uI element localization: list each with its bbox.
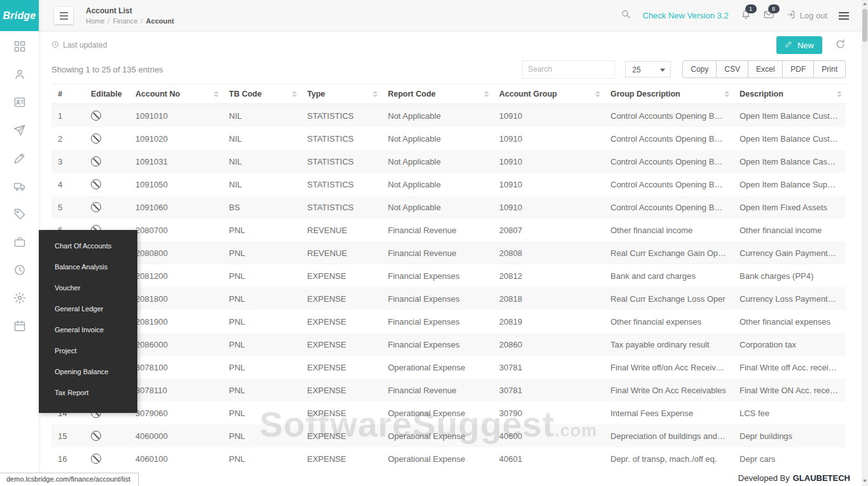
sort-icon[interactable] bbox=[837, 91, 843, 97]
table-row[interactable]: 112086000PNLEXPENSEFinancial Expenses208… bbox=[52, 333, 846, 356]
flyout-item[interactable]: General Invoice bbox=[39, 320, 137, 341]
accounts-table-wrap: #EditableAccount NoTB CodeTypeReport Cod… bbox=[52, 84, 846, 470]
flyout-item[interactable]: Opening Balance bbox=[39, 361, 137, 382]
table-row[interactable]: 133078110PNLEXPENSEFinancial Revenue3078… bbox=[52, 379, 846, 402]
table-row[interactable]: 62080700PNLREVENUEFinancial Revenue20807… bbox=[52, 219, 846, 241]
sidebar-item-history[interactable] bbox=[0, 257, 39, 285]
column-header-4[interactable]: Type bbox=[301, 84, 382, 104]
export-button-pdf[interactable]: PDF bbox=[783, 60, 814, 78]
table-row[interactable]: 11091010NILSTATISTICSNot Applicable10910… bbox=[52, 104, 846, 128]
search-icon[interactable] bbox=[621, 9, 631, 22]
messages-button[interactable]: 8 bbox=[763, 9, 775, 23]
cell: Depr buildings bbox=[733, 424, 846, 447]
vertical-scrollbar[interactable] bbox=[862, 0, 868, 486]
table-row[interactable]: 143079060PNLEXPENSEOperational Expense30… bbox=[52, 402, 846, 424]
export-button-copy[interactable]: Copy bbox=[682, 60, 717, 78]
table-row[interactable]: 82081200PNLEXPENSEFinancial Expenses2081… bbox=[52, 264, 846, 287]
breadcrumb-item[interactable]: Finance bbox=[113, 17, 137, 25]
page-title: Account List bbox=[86, 6, 174, 15]
table-row[interactable]: 31091031NILSTATISTICSNot Applicable10910… bbox=[52, 150, 846, 173]
cell: 10910 bbox=[493, 104, 604, 128]
sidebar-toggle-button[interactable] bbox=[54, 7, 73, 24]
flyout-item[interactable]: Voucher bbox=[39, 278, 137, 299]
cell: 2086000 bbox=[129, 333, 223, 356]
scrollbar-thumb[interactable] bbox=[862, 9, 867, 42]
cell: 20812 bbox=[493, 264, 604, 287]
cell: 2081800 bbox=[129, 287, 223, 310]
sidebar-item-truck[interactable] bbox=[0, 173, 39, 201]
cell: Not Applicable bbox=[382, 104, 493, 128]
flyout-item[interactable]: Balance Analysis bbox=[39, 257, 137, 278]
search-input[interactable] bbox=[522, 60, 615, 79]
sidebar-item-calendar[interactable] bbox=[0, 313, 39, 341]
column-header-5[interactable]: Report Code bbox=[382, 84, 493, 104]
cell: 5 bbox=[52, 196, 85, 219]
sidebar-item-tag[interactable] bbox=[0, 201, 39, 229]
sidebar-item-user[interactable] bbox=[0, 62, 39, 90]
flyout-item[interactable]: Project bbox=[39, 341, 137, 361]
hamburger-menu-icon[interactable] bbox=[839, 12, 849, 20]
developer-company-link[interactable]: GLAUBETECH bbox=[793, 473, 850, 483]
cell: PNL bbox=[223, 264, 301, 287]
sidebar-item-settings[interactable] bbox=[0, 285, 39, 313]
flyout-item[interactable]: Chart Of Accounts bbox=[39, 236, 137, 257]
breadcrumb-item[interactable]: Home bbox=[86, 17, 104, 25]
brand-logo[interactable]: Bridge bbox=[0, 0, 39, 31]
table-row[interactable]: 41091050NILSTATISTICSNot Applicable10910… bbox=[52, 173, 846, 196]
new-button[interactable]: New bbox=[776, 36, 822, 54]
export-button-print[interactable]: Print bbox=[814, 60, 846, 78]
sidebar-item-dashboard[interactable] bbox=[0, 34, 39, 62]
sidebar-nav bbox=[0, 31, 39, 341]
cell: Currency Loss Payments (PP... bbox=[733, 287, 846, 310]
notifications-button[interactable]: 1 bbox=[740, 9, 752, 23]
clock-small-icon bbox=[52, 41, 59, 50]
calendar-icon bbox=[13, 320, 26, 335]
flyout-item[interactable]: Tax Report bbox=[39, 382, 137, 403]
column-header-8[interactable]: Description bbox=[733, 84, 846, 104]
cell: 2081200 bbox=[129, 264, 223, 287]
sort-icon[interactable] bbox=[724, 91, 730, 97]
sidebar-item-edit[interactable] bbox=[0, 145, 39, 173]
cell: Final Write off/on Acc Receivables bbox=[604, 356, 733, 379]
table-row[interactable]: 92081800PNLEXPENSEFinancial Expenses2081… bbox=[52, 287, 846, 310]
cell: 1091020 bbox=[129, 127, 223, 150]
cell: EXPENSE bbox=[301, 447, 382, 470]
column-header-3[interactable]: TB Code bbox=[223, 84, 301, 104]
flyout-item[interactable]: General Ledger bbox=[39, 299, 137, 320]
table-row[interactable]: 123078100PNLEXPENSEOperational Expense30… bbox=[52, 356, 846, 379]
table-row[interactable]: 51091060BSSTATISTICSNot Applicable10910C… bbox=[52, 196, 846, 219]
cell: STATISTICS bbox=[301, 196, 382, 219]
column-header-6[interactable]: Account Group bbox=[493, 84, 604, 104]
scroll-up-arrow-icon[interactable] bbox=[863, 3, 867, 5]
sort-icon[interactable] bbox=[373, 91, 378, 97]
check-version-link[interactable]: Check New Version 3.2 bbox=[643, 11, 729, 20]
not-editable-icon bbox=[91, 202, 101, 212]
scroll-down-arrow-icon[interactable] bbox=[863, 480, 867, 482]
table-row[interactable]: 21091020NILSTATISTICSNot Applicable10910… bbox=[52, 127, 846, 150]
page-size-select[interactable]: 25 bbox=[625, 61, 671, 78]
logout-button[interactable]: Log out bbox=[786, 10, 827, 22]
cell: PNL bbox=[223, 333, 301, 356]
column-header-7[interactable]: Group Description bbox=[604, 84, 733, 104]
table-row[interactable]: 72080800PNLREVENUEFinancial Revenue20808… bbox=[52, 241, 846, 264]
export-button-excel[interactable]: Excel bbox=[748, 60, 783, 78]
sidebar-item-contacts[interactable] bbox=[0, 90, 39, 118]
table-row[interactable]: 154060000PNLEXPENSEOperational Expense40… bbox=[52, 424, 846, 447]
cell: EXPENSE bbox=[301, 264, 382, 287]
sort-icon[interactable] bbox=[484, 91, 490, 97]
cell: Operational Expense bbox=[382, 424, 493, 447]
column-header-2[interactable]: Account No bbox=[129, 84, 223, 104]
sidebar-item-finance[interactable] bbox=[0, 229, 39, 257]
cell: Real Curr Exchange Loss Oper bbox=[604, 287, 733, 310]
export-button-csv[interactable]: CSV bbox=[717, 60, 748, 78]
cell: NIL bbox=[223, 104, 301, 128]
sort-icon[interactable] bbox=[595, 91, 601, 97]
table-row[interactable]: 102081900PNLEXPENSEFinancial Expenses208… bbox=[52, 310, 846, 333]
table-row[interactable]: 164060100PNLEXPENSEOperational Expense40… bbox=[52, 447, 846, 470]
refresh-button[interactable] bbox=[835, 39, 846, 51]
sidebar-item-send[interactable] bbox=[0, 118, 39, 145]
clock-icon bbox=[13, 264, 26, 279]
sort-icon[interactable] bbox=[292, 91, 298, 97]
messages-badge: 8 bbox=[768, 4, 780, 13]
sort-icon[interactable] bbox=[214, 91, 219, 97]
